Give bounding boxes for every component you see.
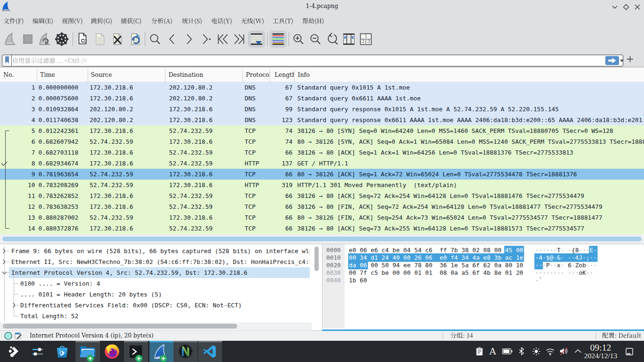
zoom-out-button[interactable] <box>307 31 323 47</box>
layout-button[interactable]: 123 <box>358 31 374 47</box>
menu-analyze[interactable] <box>151 17 173 27</box>
column-resize-handle[interactable] <box>242 69 243 82</box>
hex-row-0020[interactable]: 0020da 06 00 50 94 ee 78 80 36 1e 5a 6f … <box>322 262 644 269</box>
packet-list-header[interactable]: No.TimeSourceDestinationProtocolLengthIn… <box>0 68 644 82</box>
task-wireshark[interactable] <box>149 341 173 362</box>
task-konsole[interactable] <box>124 341 148 362</box>
filter-apply-button[interactable] <box>605 56 619 65</box>
menu-statistics[interactable] <box>182 17 202 27</box>
task-settings[interactable] <box>27 341 49 362</box>
display-filter-input[interactable] <box>2 55 623 66</box>
column-header-no[interactable]: No. <box>3 68 37 82</box>
tray-brightness[interactable] <box>532 347 541 356</box>
minimize-button[interactable] <box>611 4 618 10</box>
menu-wireless[interactable] <box>241 17 264 27</box>
details-vscrollbar-thumb[interactable] <box>314 247 319 271</box>
capture-comment-icon[interactable] <box>15 332 22 340</box>
detail-line[interactable]: 0100 .... = Version: 4 <box>0 278 310 289</box>
filter-add-button[interactable] <box>627 56 634 63</box>
column-resize-handle[interactable] <box>37 69 37 82</box>
expert-info-icon[interactable] <box>4 332 12 340</box>
go-forward-button[interactable] <box>181 31 197 47</box>
menu-help[interactable] <box>302 17 324 27</box>
column-header-protocol[interactable]: Protocol <box>246 68 270 82</box>
stop-capture-button[interactable] <box>20 31 36 47</box>
packet-list-hscrollbar-thumb[interactable] <box>2 237 642 241</box>
tray-volume-muted[interactable] <box>559 347 569 355</box>
tray-keyboard-layout[interactable]: A <box>488 346 497 356</box>
detail-line[interactable]: Ethernet II, Src: NewH3CTechno_7b:38:02 … <box>0 256 310 267</box>
close-button[interactable] <box>634 4 641 10</box>
start-capture-button[interactable] <box>2 31 18 47</box>
column-header-length[interactable]: Length <box>275 68 295 82</box>
packet-row-1[interactable]: 10.000000000172.30.218.6202.120.80.2DNS6… <box>0 82 644 93</box>
filter-bookmark-icon[interactable] <box>1 55 10 65</box>
detail-line[interactable]: .... 0101 = Header Length: 20 bytes (5) <box>0 289 310 300</box>
column-resize-handle[interactable] <box>165 69 165 82</box>
restart-capture-button[interactable] <box>37 31 53 47</box>
find-packet-button[interactable] <box>147 31 163 47</box>
task-vscode[interactable] <box>198 341 222 362</box>
packet-row-2[interactable]: 20.000075600172.30.218.6202.120.80.2DNS6… <box>0 93 644 104</box>
save-file-button[interactable]: 010101100111 <box>92 31 108 47</box>
detail-line[interactable]: Differentiated Services Field: 0x00 (DSC… <box>0 300 310 311</box>
zoom-reset-button[interactable] <box>324 31 340 47</box>
packet-row-11[interactable]: 110.783262852172.30.218.652.74.232.59TCP… <box>0 190 644 201</box>
packet-row-5[interactable]: 50.012242361172.30.218.652.74.232.59TCP7… <box>0 125 644 136</box>
tray-clipboard[interactable] <box>476 347 483 356</box>
menu-telephony[interactable] <box>211 17 232 27</box>
detail-line[interactable]: Internet Protocol Version 4, Src: 52.74.… <box>0 267 310 278</box>
hex-row-0010[interactable]: 001000 34 d1 24 40 00 26 06 e0 f4 34 4a … <box>322 254 644 262</box>
details-hscrollbar[interactable] <box>0 322 312 330</box>
packet-list-hscrollbar[interactable] <box>0 234 644 244</box>
column-header-destination[interactable]: Destination <box>169 68 243 82</box>
status-profile[interactable] <box>602 332 641 339</box>
task-neovim[interactable] <box>173 341 198 362</box>
packet-row-3[interactable]: 30.010932864202.120.80.2172.30.218.6DNS9… <box>0 104 644 115</box>
tray-show-desktop[interactable] <box>626 348 633 355</box>
tray-battery[interactable] <box>502 348 512 354</box>
column-resize-handle[interactable] <box>294 69 295 82</box>
menu-go[interactable] <box>91 17 112 27</box>
column-resize-handle[interactable] <box>270 69 270 82</box>
hex-row-0030[interactable]: 003000 7f c5 be 00 00 01 01 08 0a a5 6f … <box>322 269 644 277</box>
packet-row-13[interactable]: 130.88028700252.74.232.59172.30.218.6TCP… <box>0 212 644 223</box>
column-resize-handle[interactable] <box>88 69 88 82</box>
reload-file-button[interactable]: 010101100111 <box>127 31 143 47</box>
column-header-source[interactable]: Source <box>91 68 165 82</box>
tray-bluetooth[interactable] <box>519 347 524 355</box>
menu-tools[interactable] <box>272 17 293 27</box>
detail-line[interactable]: Total Length: 52 <box>0 311 310 321</box>
packet-row-7[interactable]: 70.682703118172.30.218.652.74.232.59TCP6… <box>0 147 644 158</box>
detail-line[interactable]: Frame 9: 66 bytes on wire (528 bits), 66… <box>0 246 310 256</box>
menu-capture[interactable] <box>121 17 141 27</box>
maximize-button[interactable] <box>623 4 629 10</box>
column-header-time[interactable]: Time <box>40 68 88 82</box>
packet-row-4[interactable]: 40.011740638202.120.80.2172.30.218.6DNS1… <box>0 115 644 125</box>
tray-tray-expand[interactable] <box>574 349 582 354</box>
zoom-in-button[interactable] <box>290 31 306 47</box>
details-hscrollbar-thumb[interactable] <box>3 324 237 329</box>
tray-wifi[interactable] <box>545 347 555 355</box>
close-file-button[interactable]: 010101100111 <box>109 31 125 47</box>
menu-view[interactable] <box>62 17 83 27</box>
packet-row-14[interactable]: 140.880372876172.30.218.652.74.232.59TCP… <box>0 223 644 234</box>
menu-edit[interactable] <box>33 17 53 27</box>
resize-columns-button[interactable] <box>341 31 357 47</box>
hex-row-0000[interactable]: 0000e0 06 e6 c4 be 04 54 c6 ff 7b 38 02 … <box>322 247 644 254</box>
colorize-toggle[interactable] <box>270 31 287 48</box>
capture-options-button[interactable] <box>54 31 70 47</box>
go-back-button[interactable] <box>164 31 180 47</box>
packet-row-8[interactable]: 80.682934674172.30.218.652.74.232.59HTTP… <box>0 158 644 169</box>
task-launcher[interactable] <box>4 341 25 362</box>
taskbar-clock[interactable]: 09:12 2024/12/13 <box>582 343 619 359</box>
packet-row-6[interactable]: 60.68260794252.74.232.59172.30.218.6TCP7… <box>0 136 644 147</box>
filter-dropdown-caret[interactable] <box>619 59 624 63</box>
column-header-info[interactable]: Info <box>298 68 644 82</box>
go-last-packet-button[interactable] <box>231 31 248 47</box>
packet-row-12[interactable]: 120.783638253172.30.218.652.74.232.59TCP… <box>0 201 644 212</box>
go-first-packet-button[interactable] <box>215 31 231 47</box>
task-dolphin[interactable] <box>75 341 100 362</box>
go-to-packet-button[interactable] <box>198 31 214 47</box>
packet-row-9[interactable]: 90.78196365452.74.232.59172.30.218.6TCP6… <box>0 169 644 180</box>
